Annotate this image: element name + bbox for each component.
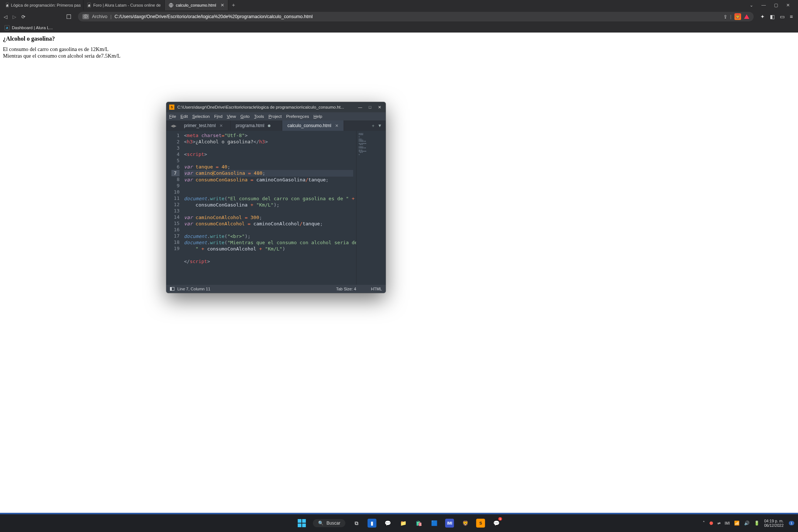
forward-button[interactable]: ▷ (13, 14, 16, 20)
taskbar-time: 04:19 p. m. (764, 519, 784, 523)
taskbar-app[interactable]: 💬 (383, 519, 392, 528)
taskbar-search-label: Buscar (327, 521, 340, 526)
editor-minimize-button[interactable]: — (358, 105, 362, 110)
alura-favicon: a (4, 25, 10, 30)
sublime-taskbar-icon[interactable]: S (476, 519, 485, 528)
editor-minimap[interactable]: ███ ███ ██ ██ ███████ ██ ██ ██ █ ██ ████… (356, 131, 386, 285)
bookmark-item[interactable]: a Dashboard | Alura L... (4, 25, 53, 30)
editor-tab-menu-icon[interactable]: ▼ (378, 123, 382, 128)
tab-label: Foro | Alura Latam - Cursos online de (93, 3, 161, 7)
menu-project[interactable]: Project (269, 114, 282, 119)
browser-tab-strip: a Lógica de programación: Primeros pas a… (0, 0, 798, 10)
editor-body[interactable]: 1234567891011 121314151617 1819 <meta ch… (166, 131, 386, 285)
status-cursor[interactable]: Line 7, Column 11 (177, 287, 210, 291)
page-heading: ¿Alcohol o gasolina? (3, 35, 795, 42)
microsoft-store-icon[interactable]: 🟦 (430, 519, 439, 528)
editor-tab-label: primer_test.html (184, 123, 216, 128)
tray-volume-icon[interactable]: 🔊 (744, 521, 750, 526)
brave-icon[interactable]: 🦁 (461, 519, 470, 528)
panel-toggle-icon[interactable] (170, 287, 174, 291)
app-menu-icon[interactable]: ≡ (790, 14, 793, 20)
editor-tab-add-icon[interactable]: ＋ (371, 123, 375, 129)
tray-wifi-icon[interactable]: 📶 (734, 521, 740, 526)
address-bar[interactable]: ⓘ Archivo | C:/Users/daxgr/OneDrive/Escr… (78, 12, 754, 21)
taskbar-clock[interactable]: 04:19 p. m. 06/12/2022 (764, 519, 784, 528)
tray-overflow-icon[interactable]: ˄ (703, 521, 705, 526)
tray-language-icon[interactable]: ⇄ (717, 521, 720, 525)
windows-taskbar[interactable]: 🔍 Buscar ⧉ ▮ 💬 📁 🛍️ 🟦 IMI 🦁 S 💬1 ˄ ⬣ ⇄ I… (0, 514, 798, 532)
tray-icon[interactable]: IMI (725, 521, 730, 525)
browser-tab-active[interactable]: calculo_consumo.html ✕ (165, 0, 228, 10)
bookmark-outline-icon[interactable]: ☐ (66, 13, 71, 20)
editor-tab-close[interactable]: ✕ (335, 123, 338, 128)
status-tabsize[interactable]: Tab Size: 4 (336, 287, 356, 291)
editor-gutter: 1234567891011 121314151617 1819 (166, 131, 183, 285)
editor-window[interactable]: S C:\Users\daxgr\OneDrive\Escritorio\ora… (166, 102, 386, 293)
minimize-button[interactable]: — (761, 3, 766, 8)
menu-goto[interactable]: Goto (241, 114, 250, 119)
notification-badge[interactable]: 1 (789, 521, 794, 525)
extensions-icon[interactable]: ✦ (760, 14, 765, 20)
editor-tab-close[interactable]: ✕ (219, 123, 223, 128)
editor-tab-label: programa.html (236, 123, 264, 128)
site-info-icon[interactable]: ⓘ (82, 14, 89, 19)
editor-tab-active[interactable]: calculo_consumo.html ✕ (282, 120, 344, 131)
brave-shields-icon[interactable]: 🦁 (734, 13, 741, 20)
tab-label: Lógica de programación: Primeros pas (11, 3, 81, 7)
editor-tab-label: calculo_consumo.html (287, 123, 331, 128)
page-body: El consumo del carro con gasolina es de … (3, 46, 795, 59)
menu-view[interactable]: View (227, 114, 236, 119)
editor-close-button[interactable]: ✕ (378, 105, 381, 110)
editor-code-area[interactable]: <meta charset="Utf-8"> <h3>¿Alcohol o ga… (183, 131, 356, 285)
editor-menubar[interactable]: File Edit Selection Find View Goto Tools… (166, 112, 386, 120)
browser-tab[interactable]: a Lógica de programación: Primeros pas (2, 0, 83, 10)
sublime-icon: S (169, 105, 174, 110)
address-separator: | (110, 14, 112, 19)
taskbar-search[interactable]: 🔍 Buscar (313, 519, 345, 527)
browser-toolbar: ◁ ▷ ⟳ ☐ ⓘ Archivo | C:/Users/daxgr/OneDr… (0, 10, 798, 23)
taskbar-app[interactable]: IMI (445, 519, 454, 528)
tab-close-button[interactable]: ✕ (221, 3, 224, 8)
menu-preferences[interactable]: Preferences (286, 114, 309, 119)
menu-file[interactable]: File (169, 114, 176, 119)
alura-favicon: a (87, 3, 91, 8)
editor-statusbar[interactable]: Line 7, Column 11 Tab Size: 4 HTML (166, 285, 386, 293)
editor-tab[interactable]: primer_test.html ✕ (179, 120, 231, 131)
menu-find[interactable]: Find (214, 114, 222, 119)
whatsapp-icon[interactable]: 💬1 (492, 519, 501, 528)
file-explorer-icon[interactable]: 📁 (399, 519, 407, 528)
page-line-1: El consumo del carro con gasolina es de … (3, 46, 109, 52)
maximize-button[interactable]: ▢ (774, 3, 778, 8)
brave-rewards-icon[interactable] (744, 14, 749, 19)
browser-tab[interactable]: a Foro | Alura Latam - Cursos online de (83, 0, 165, 10)
window-caret-down-icon[interactable]: ⌄ (750, 3, 753, 8)
menu-help[interactable]: Help (313, 114, 322, 119)
tab-label: calculo_consumo.html (176, 3, 216, 7)
taskbar-app[interactable]: ▮ (368, 519, 376, 528)
back-button[interactable]: ◁ (4, 14, 7, 20)
sidebar-icon[interactable]: ◧ (770, 14, 775, 20)
start-button[interactable] (297, 519, 306, 528)
task-view-icon[interactable]: ⧉ (352, 519, 361, 528)
share-icon[interactable]: ⇪ (723, 14, 727, 20)
menu-tools[interactable]: Tools (254, 114, 264, 119)
status-syntax[interactable]: HTML (371, 287, 382, 291)
close-button[interactable]: ✕ (786, 3, 790, 8)
taskbar-app[interactable]: 🛍️ (414, 519, 423, 528)
reload-button[interactable]: ⟳ (21, 14, 25, 20)
bookmark-label: Dashboard | Alura L... (12, 25, 53, 30)
wallet-icon[interactable]: ▭ (780, 14, 785, 20)
editor-tab-nav[interactable]: ◀▶ (168, 120, 179, 131)
new-tab-button[interactable]: ＋ (228, 0, 239, 10)
editor-maximize-button[interactable]: □ (369, 105, 371, 110)
menu-edit[interactable]: Edit (181, 114, 188, 119)
editor-tab[interactable]: programa.html (231, 120, 282, 131)
editor-titlebar[interactable]: S C:\Users\daxgr\OneDrive\Escritorio\ora… (166, 102, 386, 112)
globe-icon (168, 3, 174, 8)
menu-selection[interactable]: Selection (192, 114, 209, 119)
taskbar-date: 06/12/2022 (764, 523, 784, 528)
tray-battery-icon[interactable]: 🔋 (754, 521, 760, 526)
page-line-2: Mientras que el consumo con alcohol seri… (3, 53, 120, 59)
tray-icon[interactable]: ⬣ (709, 521, 713, 526)
alura-favicon: a (6, 3, 9, 8)
